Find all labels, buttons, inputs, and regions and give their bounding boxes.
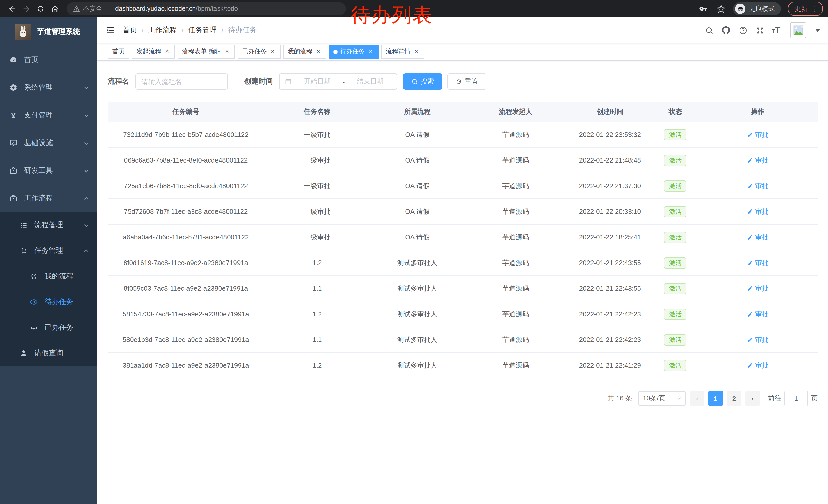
approve-button[interactable]: 审批 xyxy=(747,284,769,293)
app-logo[interactable]: 芋道管理系统 xyxy=(0,17,97,46)
avatar-caret-icon[interactable] xyxy=(815,29,820,32)
cell-process: 测试多审批人 xyxy=(370,353,464,378)
key-icon[interactable] xyxy=(698,4,708,14)
close-icon[interactable]: × xyxy=(367,48,374,55)
table-row: a6aba0a4-7b6d-11ec-b781-acde48001122 一级审… xyxy=(108,224,818,250)
bookmark-star-icon[interactable] xyxy=(716,4,726,14)
breadcrumb-workflow[interactable]: 工作流程 xyxy=(148,26,177,35)
sidebar-item-todo-tasks[interactable]: 待办任务 xyxy=(0,289,97,315)
reload-icon[interactable] xyxy=(34,2,47,15)
approve-button[interactable]: 审批 xyxy=(747,335,769,344)
sidebar-item-label: 工作流程 xyxy=(24,194,53,203)
create-time-label: 创建时间 xyxy=(244,77,273,86)
sidebar-item-devtools[interactable]: 研发工具 xyxy=(0,157,97,185)
cell-task-name: 一级审批 xyxy=(264,224,370,250)
page-1-button[interactable]: 1 xyxy=(708,391,723,406)
sidebar-item-process-mgmt[interactable]: 流程管理 xyxy=(0,212,97,238)
tab-todo-tasks[interactable]: 待办任务 × xyxy=(329,44,379,59)
date-range-picker[interactable]: 开始日期 - 结束日期 xyxy=(279,73,397,90)
goto-page-input[interactable] xyxy=(784,391,808,406)
edit-icon xyxy=(747,234,753,240)
close-icon[interactable]: × xyxy=(413,48,420,55)
github-icon[interactable] xyxy=(721,26,731,35)
breadcrumb-separator: / xyxy=(181,26,184,34)
approve-button[interactable]: 审批 xyxy=(747,155,769,165)
approve-button[interactable]: 审批 xyxy=(747,181,769,190)
sidebar-item-task-mgmt[interactable]: 任务管理 xyxy=(0,238,97,264)
sidebar-toggle-icon[interactable] xyxy=(105,25,115,35)
incognito-badge: 无痕模式 xyxy=(733,2,781,15)
process-name-label: 流程名 xyxy=(108,77,129,86)
cell-starter: 芋道源码 xyxy=(464,173,567,199)
approve-button[interactable]: 审批 xyxy=(747,232,769,242)
tab-process-form-edit[interactable]: 流程表单-编辑 × xyxy=(177,44,235,59)
approve-button[interactable]: 审批 xyxy=(747,258,769,267)
cell-starter: 芋道源码 xyxy=(464,353,567,378)
sidebar-item-infra[interactable]: 基础设施 xyxy=(0,129,97,157)
sidebar-item-done-tasks[interactable]: 已办任务 xyxy=(0,315,97,340)
avatar[interactable] xyxy=(790,22,806,39)
sidebar-item-payment[interactable]: ¥ 支付管理 xyxy=(0,101,97,129)
back-icon[interactable] xyxy=(5,2,18,15)
approve-button[interactable]: 审批 xyxy=(747,361,769,370)
tab-home[interactable]: 首页 xyxy=(108,44,129,59)
sidebar-item-workflow[interactable]: 工作流程 xyxy=(0,185,97,212)
reset-button[interactable]: 重置 xyxy=(447,73,486,90)
cell-task-id: 73211d9d-7b9b-11ec-b5b7-acde48001122 xyxy=(108,122,264,147)
breadcrumb-task-mgmt[interactable]: 任务管理 xyxy=(188,26,217,35)
tab-process-detail[interactable]: 流程详情 × xyxy=(381,44,424,59)
approve-button[interactable]: 审批 xyxy=(747,130,769,139)
cell-task-name: 1.1 xyxy=(264,327,370,353)
total-count: 共 16 条 xyxy=(608,394,632,403)
breadcrumb-separator: / xyxy=(222,26,224,34)
sidebar-item-home[interactable]: 首页 xyxy=(0,46,97,74)
tab-my-process[interactable]: 我的流程 × xyxy=(283,44,326,59)
edit-icon xyxy=(747,336,753,343)
sidebar-item-leave-query[interactable]: 请假查询 xyxy=(0,340,97,366)
next-page-button[interactable]: › xyxy=(745,391,760,406)
breadcrumb-home[interactable]: 首页 xyxy=(123,26,137,35)
edit-icon xyxy=(747,362,753,368)
address-bar[interactable]: 不安全 dashboard.yudao.iocoder.cn/bpm/task/… xyxy=(67,2,346,15)
process-name-input[interactable] xyxy=(135,73,228,90)
close-icon[interactable]: × xyxy=(224,48,230,55)
font-size-icon[interactable]: TT xyxy=(772,26,780,35)
cell-process: 测试多审批人 xyxy=(370,250,464,276)
update-label: 更新 xyxy=(795,4,808,13)
page-size-value: 10条/页 xyxy=(643,394,665,403)
status-badge: 激活 xyxy=(664,360,687,371)
page-size-select[interactable]: 10条/页 xyxy=(638,391,686,406)
cell-task-id: 58154733-7ac8-11ec-a9e2-a2380e71991a xyxy=(108,301,264,327)
browser-menu-icon[interactable]: ⋮ xyxy=(812,5,818,12)
cell-task-name: 一级审批 xyxy=(264,199,370,224)
fullscreen-icon[interactable] xyxy=(755,26,764,35)
chevron-down-icon xyxy=(84,168,89,174)
tab-done-tasks[interactable]: 已办任务 × xyxy=(238,44,281,59)
approve-label: 审批 xyxy=(755,258,769,267)
search-button[interactable]: 搜索 xyxy=(403,73,442,90)
search-icon[interactable] xyxy=(704,26,714,35)
close-icon[interactable]: × xyxy=(164,48,170,55)
help-icon[interactable] xyxy=(738,26,747,35)
cell-task-id: 75d72608-7b7f-11ec-a3c8-acde48001122 xyxy=(108,199,264,224)
page-2-button[interactable]: 2 xyxy=(727,391,741,406)
update-button[interactable]: 更新 ⋮ xyxy=(788,2,823,16)
cell-created: 2022-01-21 22:42:23 xyxy=(567,301,653,327)
sidebar-item-system[interactable]: 系统管理 xyxy=(0,74,97,101)
approve-label: 审批 xyxy=(755,335,769,344)
annotation-todo-list: 待办列表 xyxy=(351,2,433,28)
edit-icon xyxy=(747,183,753,189)
cell-task-name: 1.2 xyxy=(264,250,370,276)
sidebar-item-my-process[interactable]: 我的流程 xyxy=(0,264,97,289)
forward-icon[interactable] xyxy=(19,2,33,15)
approve-button[interactable]: 审批 xyxy=(747,310,769,319)
edit-icon xyxy=(747,209,753,215)
prev-page-button[interactable]: ‹ xyxy=(690,391,704,406)
cell-task-name: 1.1 xyxy=(264,276,370,301)
close-icon[interactable]: × xyxy=(269,48,276,55)
tab-start-process[interactable]: 发起流程 × xyxy=(132,44,175,59)
close-icon[interactable]: × xyxy=(315,48,322,55)
home-icon[interactable] xyxy=(48,2,61,15)
cell-process: 测试多审批人 xyxy=(370,276,464,301)
approve-button[interactable]: 审批 xyxy=(747,207,769,216)
